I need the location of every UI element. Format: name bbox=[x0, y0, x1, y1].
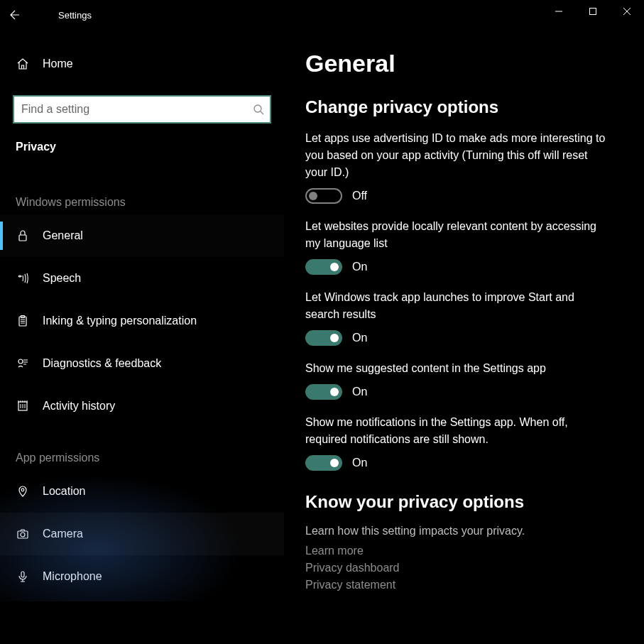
page-title: General bbox=[305, 50, 623, 77]
sidebar-item-label: Speech bbox=[43, 272, 81, 285]
section-heading-privacy: Change privacy options bbox=[305, 97, 623, 117]
body: Home Privacy Windows permissions General bbox=[0, 30, 644, 644]
setting-language-list: Let websites provide locally relevant co… bbox=[305, 218, 623, 275]
minimize-icon bbox=[555, 7, 563, 16]
sidebar-item-microphone[interactable]: Microphone bbox=[0, 555, 284, 598]
close-icon bbox=[623, 7, 631, 16]
toggle-state-label: On bbox=[352, 386, 367, 398]
group-app-permissions: App permissions bbox=[0, 444, 284, 470]
back-button[interactable] bbox=[0, 0, 30, 30]
sidebar-item-label: Inking & typing personalization bbox=[43, 315, 197, 327]
setting-description: Show me suggested content in the Setting… bbox=[305, 360, 611, 377]
clipboard-icon bbox=[16, 314, 30, 328]
svg-point-5 bbox=[18, 359, 23, 364]
link-learn-more[interactable]: Learn more bbox=[305, 545, 623, 557]
feedback-icon bbox=[16, 356, 30, 371]
know-privacy-section: Know your privacy options Learn how this… bbox=[305, 492, 623, 591]
home-label: Home bbox=[43, 58, 73, 70]
sidebar-item-speech[interactable]: Speech bbox=[0, 257, 284, 300]
setting-description: Show me notifications in the Settings ap… bbox=[305, 414, 611, 448]
setting-app-launches: Let Windows track app launches to improv… bbox=[305, 289, 623, 346]
toggle-state-label: On bbox=[352, 457, 367, 469]
sidebar-item-camera[interactable]: Camera bbox=[0, 513, 284, 555]
search-icon bbox=[253, 104, 264, 115]
lock-icon bbox=[16, 229, 30, 243]
toggle-notifications[interactable] bbox=[305, 455, 342, 471]
content: General Change privacy options Let apps … bbox=[284, 30, 644, 644]
window-title: Settings bbox=[58, 10, 92, 21]
know-subtext: Learn how this setting impacts your priv… bbox=[305, 525, 623, 537]
toggle-suggested-content[interactable] bbox=[305, 384, 342, 400]
svg-rect-0 bbox=[590, 9, 596, 15]
svg-point-7 bbox=[21, 489, 24, 491]
titlebar: Settings bbox=[0, 0, 644, 30]
speech-icon bbox=[16, 271, 30, 285]
toggle-advertising-id[interactable] bbox=[305, 188, 342, 204]
microphone-icon bbox=[16, 569, 30, 584]
toggle-state-label: On bbox=[352, 261, 367, 273]
svg-rect-10 bbox=[21, 572, 24, 577]
sidebar-item-diagnostics[interactable]: Diagnostics & feedback bbox=[0, 342, 284, 385]
search-input[interactable] bbox=[13, 95, 271, 124]
sidebar-item-label: Camera bbox=[43, 528, 83, 540]
home-icon bbox=[16, 57, 30, 71]
sidebar-item-label: Microphone bbox=[43, 570, 102, 583]
svg-point-1 bbox=[254, 105, 261, 112]
sidebar-item-label: Diagnostics & feedback bbox=[43, 357, 161, 370]
toggle-state-label: On bbox=[352, 332, 367, 344]
section-heading-know: Know your privacy options bbox=[305, 492, 623, 512]
setting-suggested-content: Show me suggested content in the Setting… bbox=[305, 360, 623, 400]
minimize-button[interactable] bbox=[542, 0, 576, 23]
home-button[interactable]: Home bbox=[0, 43, 284, 85]
setting-notifications: Show me notifications in the Settings ap… bbox=[305, 414, 623, 471]
location-icon bbox=[16, 484, 30, 498]
sidebar-item-general[interactable]: General bbox=[0, 214, 284, 257]
sidebar: Home Privacy Windows permissions General bbox=[0, 30, 284, 644]
category-heading: Privacy bbox=[0, 133, 284, 168]
svg-point-9 bbox=[21, 533, 25, 537]
group-windows-permissions: Windows permissions bbox=[0, 189, 284, 214]
sidebar-item-activity[interactable]: Activity history bbox=[0, 385, 284, 427]
sidebar-item-inking[interactable]: Inking & typing personalization bbox=[0, 300, 284, 342]
maximize-icon bbox=[589, 7, 597, 16]
sidebar-item-label: General bbox=[43, 229, 83, 242]
sidebar-item-location[interactable]: Location bbox=[0, 470, 284, 513]
maximize-button[interactable] bbox=[576, 0, 610, 23]
setting-description: Let apps use advertising ID to make ads … bbox=[305, 130, 611, 181]
toggle-state-label: Off bbox=[352, 190, 367, 202]
activity-icon bbox=[16, 399, 30, 413]
camera-icon bbox=[16, 527, 30, 541]
sidebar-item-label: Activity history bbox=[43, 400, 115, 413]
toggle-app-launches[interactable] bbox=[305, 330, 342, 346]
window-controls bbox=[542, 0, 644, 23]
sidebar-item-label: Location bbox=[43, 485, 86, 498]
setting-description: Let websites provide locally relevant co… bbox=[305, 218, 611, 252]
setting-advertising-id: Let apps use advertising ID to make ads … bbox=[305, 130, 623, 204]
svg-rect-2 bbox=[19, 235, 26, 241]
settings-window: Settings Home bbox=[0, 0, 644, 644]
toggle-language-list[interactable] bbox=[305, 259, 342, 275]
arrow-left-icon bbox=[9, 9, 21, 21]
link-privacy-dashboard[interactable]: Privacy dashboard bbox=[305, 562, 623, 574]
close-button[interactable] bbox=[610, 0, 644, 23]
link-privacy-statement[interactable]: Privacy statement bbox=[305, 579, 623, 591]
setting-description: Let Windows track app launches to improv… bbox=[305, 289, 611, 323]
search-wrap bbox=[13, 95, 271, 124]
